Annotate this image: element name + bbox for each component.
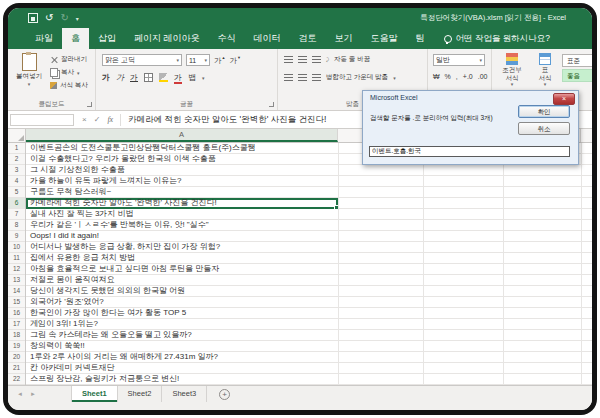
cells-area[interactable]: 이벤트곰손의 도전스쿨툰고민상담쨈닥터스쿨쨈 홀트(주)스쿨쨈이걸 수출했다고?… — [26, 143, 592, 385]
row-header-4[interactable]: 4 — [8, 176, 25, 187]
row-header-7[interactable]: 7 — [8, 209, 25, 220]
dialog-launcher-icon[interactable] — [269, 102, 274, 107]
align-center-icon[interactable] — [298, 74, 307, 81]
sheet-nav-right-icon[interactable]: ► — [30, 391, 36, 397]
row-header-19[interactable]: 19 — [8, 341, 25, 352]
italic-button[interactable]: 가 — [116, 72, 124, 83]
cell-A7[interactable]: 실내 사진 잘 찍는 3가지 비법 — [30, 209, 134, 220]
cell-A3[interactable]: 그 시절 기상천외한 수출품 — [30, 165, 125, 176]
tab-team[interactable]: 팀 — [407, 28, 434, 49]
format-as-table-button[interactable]: 표 서식 ▾ — [530, 53, 560, 89]
row-header-9[interactable]: 9 — [8, 231, 25, 242]
row-header-5[interactable]: 5 — [8, 187, 25, 198]
enter-entry-icon[interactable]: ✓ — [94, 115, 101, 124]
sheet-nav-left-icon[interactable]: ◄ — [17, 391, 23, 397]
tab-review[interactable]: 검토 — [290, 28, 326, 49]
sheet-tab-sheet2[interactable]: Sheet2 — [118, 386, 163, 402]
cell-A18[interactable]: 그림 속 카스테라는 왜 오들오들 떨고 있을까? — [30, 330, 192, 341]
add-sheet-button[interactable]: + — [219, 389, 230, 400]
align-middle-icon[interactable] — [298, 56, 307, 63]
name-box[interactable] — [10, 114, 74, 126]
decrease-decimal-button[interactable]: .00 — [478, 73, 488, 80]
column-header-A[interactable]: A — [26, 129, 338, 142]
paste-button[interactable]: 붙여넣기 ▾ — [13, 53, 45, 87]
row-header-1[interactable]: 1 — [8, 143, 25, 154]
row-header-15[interactable]: 15 — [8, 297, 25, 308]
cell-A6[interactable]: 카메라에 적힌 숫자만 알아도 '완벽한' 사진을 건진다! — [30, 198, 217, 209]
tab-data[interactable]: 데이터 — [245, 28, 290, 49]
grow-font-button[interactable]: 가▲ — [214, 55, 225, 66]
cell-A12[interactable]: 아침을 효율적으로 보내고 싶다면 아침 루틴을 만들자 — [30, 264, 219, 275]
tab-formulas[interactable]: 수식 — [209, 28, 245, 49]
select-all-button[interactable] — [8, 129, 26, 142]
cell-A2[interactable]: 이걸 수출했다고? 우리가 몰랐던 한국의 이색 수출품 — [30, 154, 216, 165]
align-right-icon[interactable] — [312, 74, 321, 81]
cell-style-good[interactable]: 좋음 — [562, 69, 592, 82]
insert-function-icon[interactable]: fx — [107, 115, 113, 124]
cell-A5[interactable]: 구름도 무척 탐스러워~ — [30, 187, 111, 198]
tab-page-layout[interactable]: 페이지 레이아웃 — [125, 28, 209, 49]
cell-A14[interactable]: 당신이 생각지도 못했던 의외의 한국말 어원 — [30, 286, 185, 297]
align-left-icon[interactable] — [284, 74, 293, 81]
comma-format-button[interactable]: , — [456, 73, 458, 80]
row-header-22[interactable]: 22 — [8, 374, 25, 385]
format-painter-button[interactable]: 서식 복사 — [50, 81, 88, 90]
cell-A9[interactable]: Oops! I did it again! — [30, 231, 99, 242]
align-top-icon[interactable] — [284, 56, 293, 63]
row-header-20[interactable]: 20 — [8, 352, 25, 363]
row-header-6[interactable]: 6 — [8, 198, 25, 209]
row-header-8[interactable]: 8 — [8, 220, 25, 231]
dialog-close-icon[interactable]: × — [553, 93, 575, 105]
shrink-font-button[interactable]: 가▼ — [229, 55, 240, 66]
copy-button[interactable]: 복사 ▾ — [50, 68, 88, 77]
cell-A8[interactable]: 우리가 같은 'ㅣㅅㄹ수'를 반복하는 이유, 앗! "실수" — [30, 220, 209, 231]
dialog-cancel-button[interactable]: 취소 — [518, 122, 570, 135]
dialog-launcher-icon[interactable] — [87, 102, 92, 107]
conditional-formatting-button[interactable]: 조건부 서식 ▾ — [496, 53, 528, 89]
tab-view[interactable]: 보기 — [326, 28, 362, 49]
cancel-entry-icon[interactable]: × — [82, 115, 87, 124]
percent-format-button[interactable]: % — [445, 73, 451, 80]
row-header-11[interactable]: 11 — [8, 253, 25, 264]
orientation-icon[interactable]: ⤸ — [326, 56, 329, 63]
row-header-12[interactable]: 12 — [8, 264, 25, 275]
row-header-16[interactable]: 16 — [8, 308, 25, 319]
phonetic-button[interactable]: 뱁 — [188, 72, 196, 83]
row-header-21[interactable]: 21 — [8, 363, 25, 374]
cell-A13[interactable]: 저절로 몸이 움직여져요 — [30, 275, 114, 286]
cut-button[interactable]: 잘라내기 — [50, 55, 88, 64]
row-header-2[interactable]: 2 — [8, 154, 25, 165]
cell-A16[interactable]: 한국인이 가장 많이 한다는 여가 활동 TOP 5 — [30, 308, 186, 319]
currency-format-button[interactable]: ₩ — [433, 73, 440, 80]
cell-A4[interactable]: 가을 하늘이 유독 파랗게 느껴지는 이유는? — [30, 176, 182, 187]
row-header-13[interactable]: 13 — [8, 275, 25, 286]
underline-button[interactable]: 가 — [130, 72, 138, 83]
row-header-14[interactable]: 14 — [8, 286, 25, 297]
row-header-17[interactable]: 17 — [8, 319, 25, 330]
tab-home[interactable]: 홈 — [62, 28, 89, 49]
increase-decimal-button[interactable]: +.0 — [463, 73, 473, 80]
cell-A1[interactable]: 이벤트곰손의 도전스쿨툰고민상담쨈닥터스쿨쨈 홀트(주)스쿨쨈 — [30, 143, 256, 154]
tell-me-search[interactable]: 어떤 작업을 원하시나요? — [444, 28, 550, 49]
sheet-tab-sheet3[interactable]: Sheet3 — [162, 386, 207, 402]
tab-insert[interactable]: 삽입 — [89, 28, 125, 49]
row-header-18[interactable]: 18 — [8, 330, 25, 341]
cell-A15[interactable]: 외국어가 '원조'였어? — [30, 297, 104, 308]
cell-A22[interactable]: 스프링 장난감, 슬링키가 저금통으로 변신! — [30, 374, 179, 385]
font-color-icon[interactable]: 가 — [174, 74, 182, 82]
sheet-tab-sheet1[interactable]: Sheet1 — [71, 386, 118, 402]
dialog-text-input[interactable] — [369, 146, 570, 157]
row-header-3[interactable]: 3 — [8, 165, 25, 176]
cell-A19[interactable]: 창의력이 쑥쑥!! — [30, 341, 85, 352]
tab-help[interactable]: 도움말 — [362, 28, 407, 49]
wrap-text-button[interactable]: 자동 줄 바꿈 — [334, 55, 370, 64]
undo-icon[interactable]: ↺ — [45, 13, 53, 23]
align-bottom-icon[interactable] — [312, 56, 321, 63]
font-name-select[interactable]: 맑은 고딕▾ — [102, 54, 182, 66]
cell-A11[interactable]: 집에서 유용한 응급 처치 방법 — [30, 253, 135, 264]
cell-A17[interactable]: 게임이 3위! 1위는? — [30, 319, 98, 330]
dialog-ok-button[interactable]: 확인 — [518, 105, 570, 118]
row-header-10[interactable]: 10 — [8, 242, 25, 253]
qat-customize-icon[interactable]: ▾ — [76, 15, 79, 22]
font-size-select[interactable]: 11▾ — [186, 54, 210, 66]
